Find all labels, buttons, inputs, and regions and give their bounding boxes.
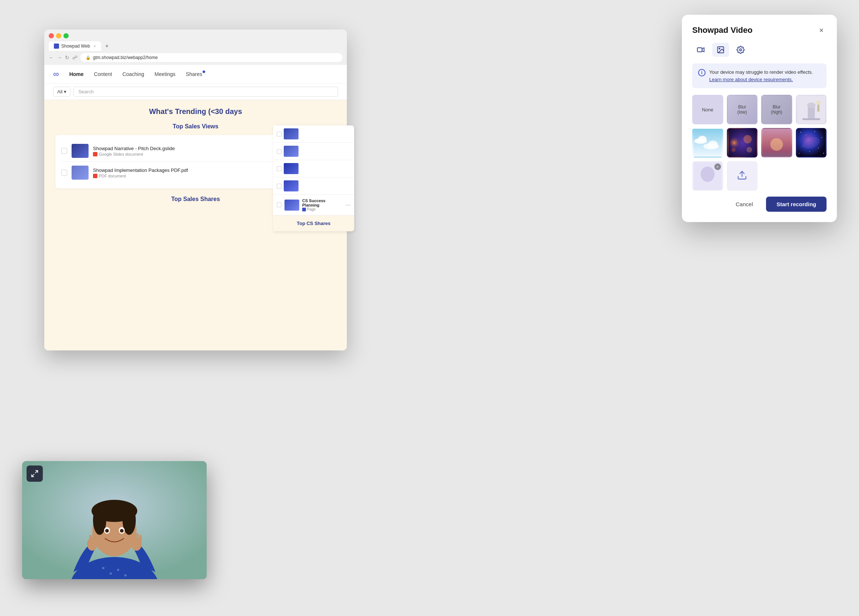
refresh-icon[interactable]: ↻ [65,55,69,61]
remove-bg-button[interactable]: × [714,164,721,170]
svg-point-34 [816,100,820,104]
svg-point-50 [806,135,806,136]
item-checkbox[interactable] [277,149,281,154]
tab-settings[interactable] [732,43,749,57]
sky-bg-preview [693,129,723,157]
bg-blur-high-option[interactable]: Blur(high) [761,95,792,124]
bg-bokeh-option[interactable] [727,128,758,158]
modal-close-button[interactable]: × [816,25,826,36]
item-checkbox[interactable] [277,132,281,136]
bg-sky-option[interactable] [692,128,723,158]
bg-sunset-option[interactable] [761,128,792,158]
svg-point-40 [708,140,718,148]
gear-icon [737,46,745,54]
svg-line-0 [36,471,37,473]
bg-none-option[interactable]: None [692,95,723,124]
minimize-dot[interactable] [56,33,61,38]
upload-icon [737,170,747,182]
trending-title: What's Trending (<30 days [55,108,336,116]
item-thumbnail [284,163,298,174]
browser-addressbar: ← → ↻ ☍ 🔒 gtm.showpad.biz/webapp2/home [44,51,347,65]
browser-chrome: Showpad Web × + [44,30,347,51]
item-checkbox-1[interactable] [61,148,67,154]
svg-point-54 [818,148,818,148]
bg-custom-option[interactable] [796,95,827,124]
svg-rect-22 [134,535,136,543]
url-text: gtm.showpad.biz/webapp2/home [93,55,158,60]
chevron-down-icon: ▾ [64,89,66,94]
svg-point-15 [105,529,109,533]
home-icon[interactable]: ☍ [72,55,78,61]
svg-point-4 [102,567,105,569]
svg-point-16 [120,529,123,533]
svg-rect-24 [139,535,142,543]
svg-marker-26 [702,48,704,52]
close-dot[interactable] [49,33,54,38]
search-filter-dropdown[interactable]: All ▾ [53,87,70,97]
item-thumbnail [284,200,299,211]
svg-point-28 [719,48,720,49]
info-icon: i [698,69,706,76]
svg-point-53 [802,146,803,147]
item-thumbnail [284,180,298,192]
modal-actions: Cancel Start recording [692,196,826,212]
item-menu[interactable]: ⋯ [345,202,351,208]
tab-close-icon[interactable]: × [94,44,96,48]
search-bar: All ▾ Search [44,84,347,100]
item-thumbnail [284,146,298,157]
cs-success-item: CS Success Planning Page ⋯ [273,195,354,215]
backgrounds-grid: None Blur(low) Blur(high) [692,95,826,191]
cancel-button[interactable]: Cancel [727,196,762,212]
expand-button[interactable] [27,466,43,482]
item-checkbox[interactable] [277,203,281,207]
learn-more-link[interactable]: Learn more about device requirements. [709,77,793,82]
app-nav: ∞ Home Content Coaching Meetings Shares [44,65,347,84]
video-preview-window [22,461,207,579]
nav-buttons: ← → ↻ ☍ [49,55,78,61]
nav-meetings[interactable]: Meetings [155,71,176,77]
shares-notification-dot [203,70,205,73]
svg-point-49 [800,132,801,133]
nav-coaching[interactable]: Coaching [122,71,144,77]
tab-video[interactable] [692,43,709,57]
item-thumbnail [284,128,298,139]
list-item [273,143,354,160]
search-input[interactable]: Search [73,87,338,97]
bg-galaxy-option[interactable] [796,128,827,158]
svg-rect-23 [136,533,139,543]
person-silhouette [22,461,207,579]
modal-title: Showpad Video [692,25,752,35]
bg-blur-low-option[interactable]: Blur(low) [727,95,758,124]
tab-backgrounds[interactable] [712,43,729,57]
forward-icon[interactable]: → [57,55,62,61]
item-checkbox-2[interactable] [61,170,67,176]
nav-home[interactable]: Home [69,71,84,77]
svg-point-57 [798,153,799,154]
browser-tab[interactable]: Showpad Web × [49,41,101,51]
nav-content[interactable]: Content [94,71,112,77]
svg-rect-33 [803,119,820,120]
svg-point-51 [814,131,815,132]
maximize-dot[interactable] [64,33,69,38]
svg-point-47 [770,138,783,151]
modal-header: Showpad Video × [692,25,826,36]
svg-point-6 [117,569,119,571]
back-icon[interactable]: ← [49,55,54,61]
sunset-bg-preview [762,129,792,157]
bg-custom-upload-option[interactable]: × [692,161,723,191]
item-checkbox[interactable] [277,166,281,171]
bg-upload-option[interactable] [727,161,758,191]
address-bar[interactable]: 🔒 gtm.showpad.biz/webapp2/home [80,53,342,62]
bokeh-bg-preview [728,129,757,157]
list-item [273,178,354,195]
start-recording-button[interactable]: Start recording [766,196,826,212]
svg-rect-20 [95,535,97,543]
cs-item-type: Page [302,207,342,211]
nav-shares[interactable]: Shares [186,71,202,77]
svg-point-29 [739,49,742,51]
svg-point-7 [124,574,127,577]
modal-tabs [692,43,826,57]
pdf-icon [93,174,97,178]
item-checkbox[interactable] [277,184,281,189]
new-tab-button[interactable]: + [103,42,111,50]
